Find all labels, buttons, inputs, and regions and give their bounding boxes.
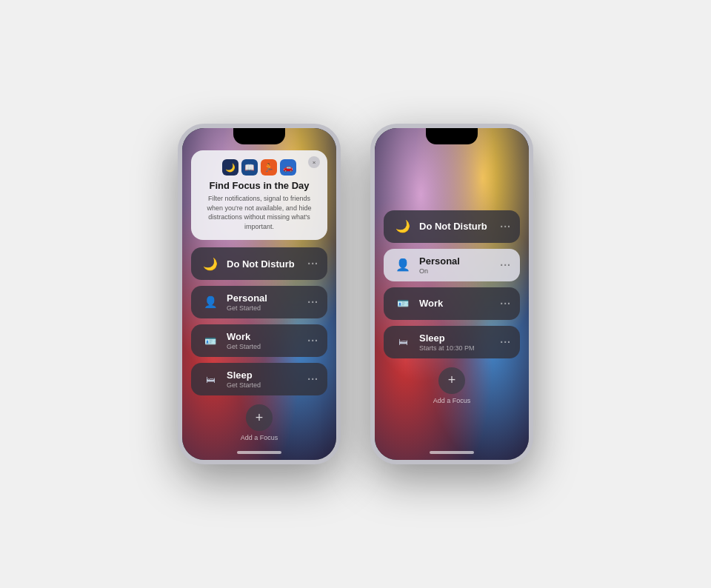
add-focus-right[interactable]: + Add a Focus xyxy=(433,367,471,404)
focus-row-personal-right[interactable]: 👤 Personal On ··· xyxy=(384,249,520,281)
plus-icon-left: + xyxy=(256,410,264,426)
sleep-icon-right: 🛏 xyxy=(398,336,408,347)
focus-subtitle-sleep-right: Starts at 10:30 PM xyxy=(419,344,494,352)
focus-text-sleep-right: Sleep Starts at 10:30 PM xyxy=(419,333,494,352)
add-focus-label-right: Add a Focus xyxy=(433,397,471,404)
phone-right: 🌙 Do Not Disturb ··· 👤 Personal On ··· xyxy=(370,124,533,464)
info-card-title: Find Focus in the Day xyxy=(201,180,317,191)
focus-row-sleep-right[interactable]: 🛏 Sleep Starts at 10:30 PM ··· xyxy=(384,326,520,358)
focus-title-sleep-right: Sleep xyxy=(419,333,494,344)
add-focus-label-left: Add a Focus xyxy=(241,434,278,441)
focus-more-work-right[interactable]: ··· xyxy=(500,298,511,310)
focus-title-personal-right: Personal xyxy=(419,255,494,267)
phones-container: × 🌙 📖 🏃 🚗 Find Focus in the Day Filter n… xyxy=(178,124,533,464)
add-focus-left[interactable]: + Add a Focus xyxy=(241,404,278,441)
info-icon-car: 🚗 xyxy=(280,159,296,176)
add-focus-circle-left: + xyxy=(246,404,273,431)
focus-title-personal-left: Personal xyxy=(227,293,301,304)
phone-content-left: × 🌙 📖 🏃 🚗 Find Focus in the Day Filter n… xyxy=(182,128,336,460)
focus-icon-work-left: 🪪 xyxy=(200,330,221,351)
focus-icon-dnd-right: 🌙 xyxy=(393,216,413,237)
work-icon-right: 🪪 xyxy=(397,298,409,309)
phone-content-right: 🌙 Do Not Disturb ··· 👤 Personal On ··· xyxy=(375,128,529,460)
focus-more-sleep-right[interactable]: ··· xyxy=(500,336,511,348)
focus-subtitle-personal-left: Get Started xyxy=(227,304,301,312)
focus-icon-personal-left: 👤 xyxy=(200,292,221,313)
phone-left: × 🌙 📖 🏃 🚗 Find Focus in the Day Filter n… xyxy=(178,124,341,464)
home-indicator-right xyxy=(430,451,474,454)
moon-icon-left: 🌙 xyxy=(203,257,218,271)
focus-row-personal-left[interactable]: 👤 Personal Get Started ··· xyxy=(191,286,327,318)
focus-more-dnd-right[interactable]: ··· xyxy=(500,221,511,233)
focus-row-dnd-right[interactable]: 🌙 Do Not Disturb ··· xyxy=(384,210,520,243)
focus-subtitle-personal-right: On xyxy=(419,267,494,275)
focus-icon-personal-right: 👤 xyxy=(393,255,413,275)
focus-text-work-right: Work xyxy=(419,298,494,309)
info-card-desc: Filter notifications, signal to friends … xyxy=(201,194,317,231)
sleep-icon-left: 🛏 xyxy=(206,374,216,385)
focus-text-personal-right: Personal On xyxy=(419,255,494,275)
notch-left xyxy=(233,128,285,144)
info-card-icons: 🌙 📖 🏃 🚗 xyxy=(201,159,317,176)
focus-icon-sleep-left: 🛏 xyxy=(200,369,221,390)
person-icon-right: 👤 xyxy=(395,258,410,272)
focus-more-dnd-left[interactable]: ··· xyxy=(307,258,318,270)
focus-title-dnd-left: Do Not Disturb xyxy=(227,258,301,270)
info-icon-moon: 🌙 xyxy=(222,159,238,176)
add-focus-circle-right: + xyxy=(438,367,465,394)
focus-text-personal-left: Personal Get Started xyxy=(227,293,301,312)
focus-subtitle-work-left: Get Started xyxy=(227,343,301,350)
focus-icon-dnd-left: 🌙 xyxy=(200,253,221,274)
focus-more-work-left[interactable]: ··· xyxy=(307,335,318,347)
focus-more-personal-left[interactable]: ··· xyxy=(307,296,318,308)
notch-right xyxy=(426,128,478,144)
focus-more-personal-right[interactable]: ··· xyxy=(500,259,511,271)
focus-row-work-left[interactable]: 🪪 Work Get Started ··· xyxy=(191,324,327,357)
focus-icon-work-right: 🪪 xyxy=(393,293,413,314)
info-card: × 🌙 📖 🏃 🚗 Find Focus in the Day Filter n… xyxy=(191,150,327,240)
moon-icon-right: 🌙 xyxy=(395,219,410,233)
focus-text-work-left: Work Get Started xyxy=(227,331,301,350)
info-card-close-button[interactable]: × xyxy=(308,156,320,168)
person-icon-left: 👤 xyxy=(204,295,218,309)
home-indicator-left xyxy=(237,451,281,454)
focus-subtitle-sleep-left: Get Started xyxy=(227,381,301,389)
info-icon-run: 🏃 xyxy=(261,159,277,176)
focus-row-work-right[interactable]: 🪪 Work ··· xyxy=(384,287,520,320)
focus-text-sleep-left: Sleep Get Started xyxy=(227,370,301,389)
focus-more-sleep-left[interactable]: ··· xyxy=(307,373,318,385)
focus-icon-sleep-right: 🛏 xyxy=(393,332,413,353)
plus-icon-right: + xyxy=(448,372,456,388)
work-icon-left: 🪪 xyxy=(204,335,216,347)
focus-title-sleep-left: Sleep xyxy=(227,370,301,381)
focus-text-dnd-left: Do Not Disturb xyxy=(227,258,301,270)
focus-row-dnd-left[interactable]: 🌙 Do Not Disturb ··· xyxy=(191,247,327,280)
focus-row-sleep-left[interactable]: 🛏 Sleep Get Started ··· xyxy=(191,363,327,395)
focus-title-work-right: Work xyxy=(419,298,494,309)
focus-title-dnd-right: Do Not Disturb xyxy=(419,221,494,232)
focus-title-work-left: Work xyxy=(227,331,301,342)
info-icon-book: 📖 xyxy=(241,159,258,176)
focus-text-dnd-right: Do Not Disturb xyxy=(419,221,494,232)
